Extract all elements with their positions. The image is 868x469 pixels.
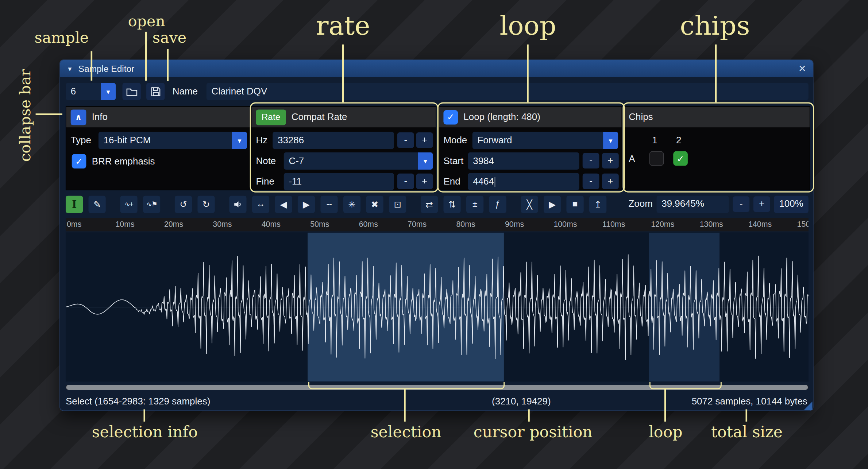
close-icon[interactable]: ✕	[798, 63, 806, 74]
loop-end-label: End	[443, 173, 460, 190]
name-input[interactable]: Clarinet DQV	[207, 83, 809, 100]
ruler-tick: 60ms	[359, 220, 378, 228]
chip-1-checkbox[interactable]	[649, 151, 664, 166]
sample-number-select[interactable]: 6 ▼	[66, 83, 116, 100]
ruler-tick: 80ms	[456, 220, 475, 228]
toolbar-button-undo[interactable]: ↺	[175, 195, 192, 213]
fine-input[interactable]: -11	[284, 173, 394, 190]
loop-start-value: 3984	[473, 155, 494, 167]
info-panel-title: Info	[92, 112, 108, 123]
chevron-down-icon[interactable]: ▼	[603, 132, 618, 149]
annotation-line-collapse-bar	[36, 113, 62, 115]
zoom-in-button[interactable]: +	[753, 196, 770, 212]
toolbar-button-trim[interactable]: ⊡	[389, 195, 406, 213]
ruler-tick: 20ms	[164, 220, 183, 228]
fine-value: -11	[289, 176, 302, 187]
toolbar-button-crossfade-loop[interactable]: ╳	[521, 195, 538, 213]
annotation-line-loop	[527, 44, 528, 102]
annotation-chips: chips	[680, 10, 750, 40]
rate-panel-title: Compat Rate	[292, 112, 347, 123]
toolbar-button-redo[interactable]: ↻	[197, 195, 215, 213]
speaker-icon	[233, 199, 243, 209]
toolbar-button-select-tool[interactable]: I	[66, 195, 83, 213]
loop-start-minus-button[interactable]: -	[583, 153, 599, 168]
ruler-tick: 120ms	[651, 220, 674, 228]
brr-emphasis-checkbox[interactable]: ✓	[72, 154, 86, 168]
toolbar-button-upload[interactable]: ↥	[589, 195, 606, 213]
loop-end-minus-button[interactable]: -	[583, 174, 599, 189]
fine-minus-button[interactable]: -	[397, 174, 414, 189]
toolbar-button-fade-out[interactable]: ▶	[298, 195, 315, 213]
chip-2-checkbox[interactable]: ✓	[673, 151, 688, 166]
zoom-label: Zoom	[629, 195, 653, 213]
insert-silence-icon: ╌	[327, 199, 332, 209]
zoom-input[interactable]: 39.9645%	[657, 195, 729, 213]
invert-icon: ⇅	[448, 199, 456, 209]
undo-icon: ↺	[180, 199, 187, 209]
collapse-panel-button[interactable]: ∧	[71, 109, 86, 125]
trim-icon: ⊡	[394, 199, 401, 209]
zoom-reset-button[interactable]: 100%	[774, 195, 809, 213]
toolbar-button-fade-in[interactable]: ◀	[275, 195, 292, 213]
loop-enable-checkbox[interactable]: ✓	[443, 110, 458, 124]
chip-row-label: A	[629, 150, 635, 167]
fade-out-icon: ▶	[303, 199, 310, 209]
note-select[interactable]: C-7 ▼	[284, 152, 433, 170]
toolbar-button-amplify[interactable]	[229, 195, 246, 213]
fine-plus-button[interactable]: +	[416, 174, 433, 189]
upload-icon: ↥	[594, 199, 601, 209]
open-button[interactable]	[123, 83, 141, 100]
hz-input[interactable]: 33286	[273, 132, 394, 149]
toolbar-button-filter[interactable]: ƒ	[489, 195, 506, 213]
hz-minus-button[interactable]: -	[397, 132, 414, 148]
toolbar-button-apply-silence[interactable]: ✳	[343, 195, 360, 213]
toolbar-button-delete[interactable]: ✖	[366, 195, 383, 213]
toolbar-button-stop-preview[interactable]: ■	[566, 195, 583, 213]
toolbar-button-normalize[interactable]: ↔	[252, 195, 269, 213]
note-value: C-7	[284, 155, 418, 167]
check-icon: ✓	[75, 156, 82, 167]
toolbar-button-reverse[interactable]: ⇄	[421, 195, 438, 213]
toolbar-button-play-preview[interactable]: ▶	[544, 195, 561, 213]
loop-mode-select[interactable]: Forward ▼	[472, 132, 618, 149]
chevron-down-icon[interactable]: ▼	[232, 132, 247, 149]
loop-start-label: Start	[443, 152, 463, 170]
chevron-down-icon[interactable]: ▼	[101, 83, 116, 100]
toolbar-button-sign-invert[interactable]: ±	[466, 195, 483, 213]
annotation-line-save	[167, 49, 169, 81]
loop-start-input[interactable]: 3984	[468, 152, 579, 170]
waveform-display[interactable]	[66, 232, 809, 381]
loop-end-plus-button[interactable]: +	[602, 174, 619, 189]
check-icon: ✓	[677, 153, 684, 164]
loop-start-plus-button[interactable]: +	[602, 153, 619, 168]
title-bar[interactable]: ▼ Sample Editor ✕	[60, 60, 813, 77]
brr-emphasis-label: BRR emphasis	[92, 153, 155, 170]
hz-plus-button[interactable]: +	[416, 132, 433, 148]
ruler-tick: 110ms	[602, 220, 625, 228]
window-title: Sample Editor	[78, 64, 134, 74]
hz-value: 33286	[278, 135, 304, 146]
chevron-up-icon: ∧	[75, 112, 82, 122]
rate-button[interactable]: Rate	[256, 109, 286, 125]
page-background: sample open save rate loop chips collaps…	[0, 0, 868, 469]
window-resize-grip[interactable]	[804, 402, 813, 410]
zoom-out-button[interactable]: -	[733, 196, 749, 212]
zoom-group: Zoom 39.9645% - + 100%	[629, 195, 809, 213]
time-ruler[interactable]: 0ms10ms20ms30ms40ms50ms60ms70ms80ms90ms1…	[66, 218, 809, 232]
loop-end-input[interactable]: 4464	[468, 173, 579, 190]
resample-icon: ∿⚑	[146, 200, 157, 208]
toolbar-button-resize[interactable]: ∿+	[120, 195, 137, 213]
toolbar-button-resample[interactable]: ∿⚑	[143, 195, 160, 213]
annotation-line-cursor-position	[528, 409, 529, 422]
chevron-down-icon[interactable]: ▼	[418, 152, 433, 170]
window-collapse-icon[interactable]: ▼	[67, 65, 73, 72]
toolbar-button-insert-silence[interactable]: ╌	[320, 195, 337, 213]
status-bar: Select (1654-2983: 1329 samples) (3210, …	[60, 394, 813, 411]
loop-end-value: 4464	[473, 176, 494, 187]
toolbar-button-draw-tool[interactable]: ✎	[88, 195, 105, 213]
save-button[interactable]	[146, 83, 165, 100]
annotation-loop-bottom: loop	[649, 423, 682, 441]
type-select[interactable]: 16-bit PCM ▼	[99, 132, 247, 149]
toolbar-button-invert[interactable]: ⇅	[443, 195, 460, 213]
zoom-value: 39.9645%	[661, 198, 704, 210]
